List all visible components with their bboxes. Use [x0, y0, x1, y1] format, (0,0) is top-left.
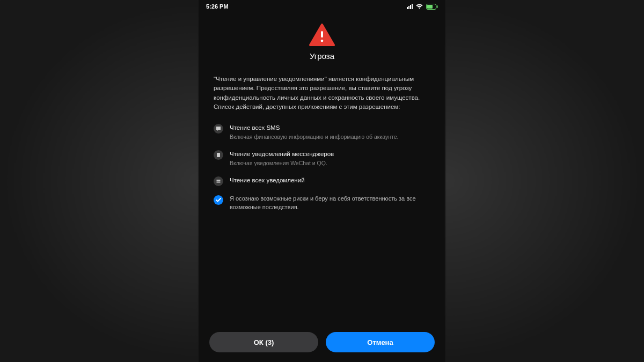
permission-item: Чтение уведомлений мессенджеров Включая …	[214, 150, 430, 167]
svg-rect-5	[217, 153, 220, 157]
background-blur-left	[0, 0, 199, 362]
battery-icon	[426, 4, 438, 10]
signal-icon	[406, 4, 413, 9]
status-icons	[406, 4, 438, 10]
svg-rect-1	[427, 5, 433, 9]
svg-rect-6	[217, 180, 221, 181]
notifications-icon	[214, 176, 223, 186]
permission-title: Чтение уведомлений мессенджеров	[230, 150, 430, 158]
checkbox-checked-icon[interactable]	[214, 195, 223, 205]
sms-icon	[214, 124, 223, 134]
ok-button[interactable]: ОК (3)	[209, 332, 318, 352]
consent-row[interactable]: Я осознаю возможные риски и беру на себя…	[214, 195, 430, 212]
consent-label: Я осознаю возможные риски и беру на себя…	[230, 195, 430, 212]
svg-rect-3	[321, 31, 323, 38]
permission-item: Чтение всех уведомлений	[214, 176, 430, 186]
dialog-content: Угроза "Чтение и управление уведомлениям…	[199, 13, 445, 323]
dialog-title: Угроза	[214, 51, 430, 61]
permission-title: Чтение всех SMS	[230, 123, 430, 132]
phone-screen: 5:26 PM Угроза "Чтение и управл	[199, 0, 445, 362]
svg-rect-7	[217, 181, 221, 182]
dialog-buttons: ОК (3) Отмена	[199, 323, 445, 362]
messenger-icon	[214, 150, 223, 160]
background-blur-right	[445, 0, 644, 362]
wifi-icon	[416, 4, 423, 9]
dialog-body: "Чтение и управление уведомлениями" явля…	[214, 75, 430, 112]
warning-icon	[309, 24, 335, 46]
permission-title: Чтение всех уведомлений	[230, 176, 430, 184]
svg-point-4	[321, 40, 324, 42]
permission-sub: Включая уведомления WeChat и QQ.	[230, 159, 430, 167]
permission-sub: Включая финансовую информацию и информац…	[230, 133, 430, 141]
cancel-button[interactable]: Отмена	[326, 332, 435, 352]
status-time: 5:26 PM	[206, 3, 229, 10]
svg-rect-2	[437, 5, 438, 8]
status-bar: 5:26 PM	[199, 0, 445, 13]
permission-item: Чтение всех SMS Включая финансовую инфор…	[214, 123, 430, 141]
